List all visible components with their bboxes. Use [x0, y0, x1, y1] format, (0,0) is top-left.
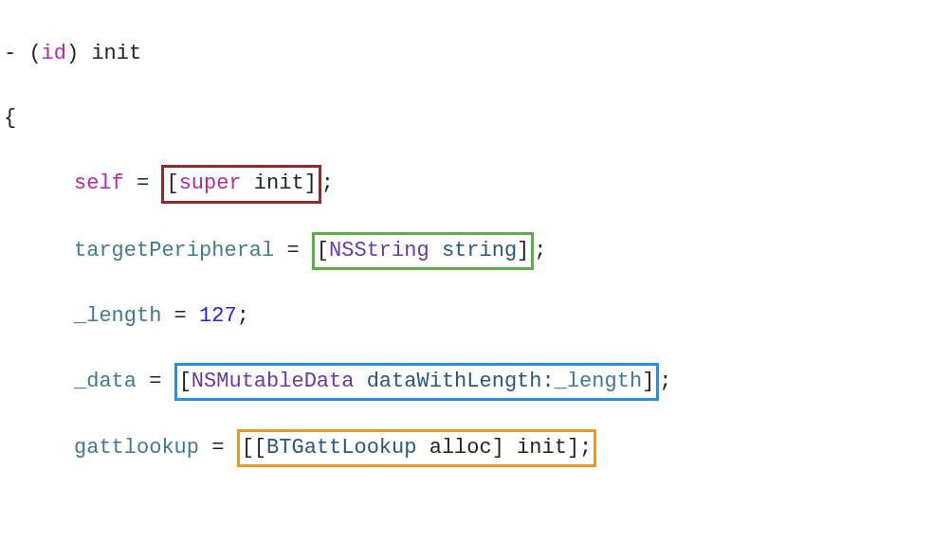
- semicolon: ;: [534, 239, 546, 262]
- space: [429, 239, 442, 262]
- annotation-box-orange: [[BTGattLookup alloc] init];: [237, 431, 597, 465]
- var-name: gattlookup: [74, 436, 199, 460]
- rbracket: ]: [517, 239, 529, 262]
- space: [242, 172, 254, 195]
- eq: =: [199, 436, 237, 460]
- init-call: init: [517, 436, 567, 460]
- lbracket: [[: [242, 436, 266, 460]
- eq: =: [137, 370, 174, 393]
- var-name: _data: [74, 370, 137, 393]
- init-call: init: [254, 172, 304, 195]
- semicolon: ;: [237, 304, 249, 328]
- code-line-6: _data = [NSMutableData dataWithLength:_l…: [0, 365, 950, 399]
- code-line-5: _length = 127;: [0, 300, 950, 333]
- eq: =: [161, 304, 199, 328]
- code-line-2: {: [0, 102, 950, 135]
- brace-open: {: [4, 106, 16, 130]
- rbracket: ]: [642, 370, 654, 393]
- mid: ]: [492, 436, 517, 460]
- rbracket-semi: ];: [567, 436, 592, 460]
- code-line-3: self = [super init];: [0, 167, 950, 201]
- annotation-box-blue: [NSMutableData dataWithLength:_length]: [174, 365, 660, 399]
- self-keyword: self: [74, 172, 124, 195]
- rbracket: ]: [304, 172, 317, 195]
- dash: - (: [4, 42, 42, 65]
- after-ret: ) init: [66, 42, 141, 65]
- code-block: - (id) init { self = [super init]; targe…: [0, 0, 950, 560]
- lbracket: [: [166, 172, 178, 195]
- return-type: id: [42, 42, 66, 65]
- method-name: dataWithLength:: [367, 370, 555, 393]
- class-name: NSMutableData: [192, 370, 355, 393]
- space: [354, 370, 366, 393]
- arg-name: _length: [555, 370, 642, 393]
- lbracket: [: [179, 370, 192, 393]
- method-name: string: [442, 239, 517, 262]
- semicolon: ;: [659, 370, 671, 393]
- code-line-4: targetPeripheral = [NSString string];: [0, 234, 950, 268]
- space: [416, 436, 429, 460]
- alloc-call: alloc: [429, 436, 492, 460]
- var-name: _length: [74, 304, 161, 328]
- code-blank-line: [0, 497, 950, 530]
- class-name: NSString: [329, 239, 429, 262]
- number-literal: 127: [199, 304, 237, 328]
- super-keyword: super: [179, 172, 242, 195]
- lbracket: [: [317, 239, 329, 262]
- code-line-1: - (id) init: [0, 38, 950, 70]
- class-name: BTGattLookup: [266, 436, 416, 460]
- eq: =: [274, 239, 312, 262]
- annotation-box-red: [super init]: [161, 167, 320, 201]
- annotation-box-green: [NSString string]: [312, 234, 534, 268]
- semicolon: ;: [321, 172, 334, 195]
- var-name: targetPeripheral: [74, 239, 274, 262]
- code-line-7: gattlookup = [[BTGattLookup alloc] init]…: [0, 431, 950, 465]
- eq: =: [124, 172, 162, 195]
